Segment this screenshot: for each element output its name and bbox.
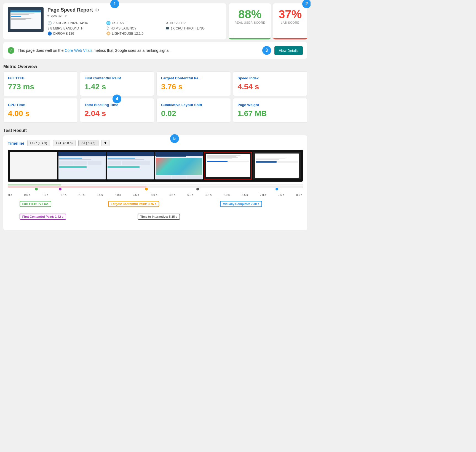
browser-meta: 🔵 CHROME 126 xyxy=(47,31,104,36)
clock-icon: 🕐 xyxy=(47,21,52,25)
vc-annotation: Visually Complete: 7.30 s xyxy=(220,201,262,207)
cwv-banner: ✓ This page does well on the Core Web Vi… xyxy=(3,42,307,59)
metric-card-cls: Cumulative Layout Shift 0.02 xyxy=(156,98,231,123)
metric-value-cpu: 4.00 s xyxy=(8,109,73,118)
metric-card-tbt: 4 Total Blocking Time 2.04 s xyxy=(80,98,154,123)
lcp-timeline-button[interactable]: LCP (3.8 s) xyxy=(53,140,76,146)
real-user-score-label: REAL USER SCORE xyxy=(234,21,265,24)
lcp-marker xyxy=(145,188,148,190)
metric-card-fcp: First Contentful Paint 1.42 s xyxy=(80,71,154,96)
cpu-icon: 💻 xyxy=(165,26,170,30)
step-5-badge: 5 xyxy=(170,134,179,143)
tti-marker xyxy=(196,188,199,190)
view-details-button[interactable]: View Details xyxy=(274,46,303,55)
metric-value-ttfb: 773 ms xyxy=(8,82,73,91)
test-result-section: Test Result Timeline FCP (1.4 s) LCP (3.… xyxy=(3,125,307,230)
screenshot-1 xyxy=(10,152,57,179)
header-info: Page Speed Report ⚙ tfl.gov.uk/ ↗ 🕐 7 AU… xyxy=(47,7,222,36)
real-user-score-value: 88% xyxy=(234,8,265,21)
globe-icon: 🌐 xyxy=(106,21,111,25)
page-title: Page Speed Report xyxy=(47,7,93,13)
score-boxes: 88% REAL USER SCORE 2 37% LAB SCORE xyxy=(229,3,307,39)
screenshot-4 xyxy=(155,152,203,179)
cwv-link[interactable]: Core Web Vitals xyxy=(65,48,92,53)
cwv-text-after: metrics that Google uses as a ranking si… xyxy=(92,48,170,53)
region-meta: 🌐 US EAST xyxy=(106,21,163,25)
timeline-progress-bars xyxy=(8,184,303,188)
ttfb-annotation: Full TTFB: 773 ms xyxy=(20,201,51,207)
screenshots-row xyxy=(8,150,303,182)
metric-card-cpu: CPU Time 4.00 s xyxy=(3,98,78,123)
timeline-axis xyxy=(8,189,303,192)
metric-value-pw: 1.67 MB xyxy=(238,109,303,118)
lighthouse-meta: 🔆 LIGHTHOUSE 12.1.0 xyxy=(106,31,163,36)
ttfb-marker xyxy=(35,188,38,190)
metric-name-fcp: First Contentful Paint xyxy=(85,76,150,80)
metric-card-si: Speed Index 4.54 s xyxy=(233,71,307,96)
metric-name-pw: Page Weight xyxy=(238,103,303,107)
bandwidth-meta: ↕ 8 MBPS BANDWIDTH xyxy=(47,26,104,30)
step-4-badge: 4 xyxy=(113,95,121,103)
browser-icon: 🔵 xyxy=(47,31,52,36)
screenshot-2 xyxy=(58,152,106,179)
fcp-timeline-button[interactable]: FCP (1.4 s) xyxy=(27,140,50,146)
screenshot-5 xyxy=(204,152,252,179)
date-meta: 🕐 7 AUGUST 2024, 14:34 xyxy=(47,21,104,25)
metric-value-fcp: 1.42 s xyxy=(85,82,150,91)
lighthouse-icon: 🔆 xyxy=(106,31,111,36)
latency-icon: ⏱ xyxy=(106,26,110,30)
metric-card-pw: Page Weight 1.67 MB xyxy=(233,98,307,123)
timeline-dropdown-button[interactable]: ▼ xyxy=(101,140,109,146)
metric-name-lcp: Largest Contentful Pa... xyxy=(161,76,226,80)
metric-name-ttfb: Full TTFB xyxy=(8,76,73,80)
latency-meta: ⏱ 40 MS LATENCY xyxy=(106,26,163,30)
metric-name-cpu: CPU Time xyxy=(8,103,73,107)
real-user-score-box: 88% REAL USER SCORE xyxy=(229,3,271,39)
annotations-container: Full TTFB: 773 ms First Contentful Paint… xyxy=(8,201,303,226)
step-3-badge: 3 xyxy=(262,46,271,55)
timeline-tick-labels: 0 s0.5 s1.0 s1.5 s2.0 s2.5 s3.0 s3.5 s4.… xyxy=(8,193,303,197)
metric-name-tbt: Total Blocking Time xyxy=(85,103,150,107)
test-result-title: Test Result xyxy=(3,125,307,135)
screenshot-3 xyxy=(107,152,154,179)
lab-score-label: LAB SCORE xyxy=(279,21,302,24)
timeline-label: Timeline xyxy=(8,141,25,146)
lcp-annotation: Largest Contentful Paint: 3.76 s xyxy=(108,201,159,207)
metric-value-cls: 0.02 xyxy=(161,109,226,118)
lab-score-value: 37% xyxy=(279,8,302,21)
bandwidth-icon: ↕ xyxy=(47,26,49,30)
metric-card-ttfb: Full TTFB 773 ms xyxy=(3,71,78,96)
page-url[interactable]: tfl.gov.uk/ xyxy=(47,14,63,18)
screenshot-6 xyxy=(253,152,301,179)
device-meta: 🖥 DESKTOP xyxy=(165,21,222,25)
desktop-icon: 🖥 xyxy=(165,21,169,25)
lab-score-box: 2 37% LAB SCORE xyxy=(273,3,307,39)
metric-overview-title: Metric Overview xyxy=(3,61,307,71)
metric-value-tbt: 2.04 s xyxy=(85,109,150,118)
vc-marker xyxy=(276,188,278,190)
cwv-text-before: This page does well on the xyxy=(18,48,65,53)
fcp-annotation: First Contentful Paint: 1.42 s xyxy=(20,214,66,220)
cpu-meta: 💻 1X CPU THROTTLING xyxy=(165,26,222,30)
metric-name-si: Speed Index xyxy=(238,76,303,80)
all-timeline-button[interactable]: All (7.3 s) xyxy=(78,140,98,146)
check-circle-icon: ✓ xyxy=(8,47,14,54)
fcp-marker xyxy=(59,188,61,190)
metric-card-lcp: Largest Contentful Pa... 3.76 s xyxy=(156,71,231,96)
metric-overview-section: Metric Overview Full TTFB 773 ms First C… xyxy=(3,61,307,123)
metric-value-si: 4.54 s xyxy=(238,82,303,91)
step-2-badge: 2 xyxy=(302,0,311,8)
page-thumbnail xyxy=(8,7,44,32)
tti-annotation: Time to Interactive: 5.15 s xyxy=(138,214,180,220)
metrics-grid: Full TTFB 773 ms First Contentful Paint … xyxy=(3,71,307,123)
gear-icon[interactable]: ⚙ xyxy=(95,7,99,13)
metric-value-lcp: 3.76 s xyxy=(161,82,226,91)
external-link-icon[interactable]: ↗ xyxy=(64,14,67,18)
metric-name-cls: Cumulative Layout Shift xyxy=(161,103,226,107)
timeline-header: Timeline FCP (1.4 s) LCP (3.8 s) All (7.… xyxy=(8,140,303,146)
